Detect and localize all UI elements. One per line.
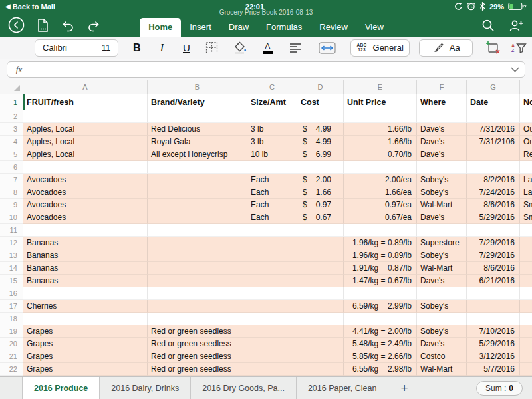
row-header-1[interactable]: 1 [0, 94, 23, 110]
cell-F10[interactable]: Dave's [417, 211, 467, 224]
cell-G17[interactable] [467, 300, 520, 313]
tab-home[interactable]: Home [140, 18, 181, 37]
column-header-F[interactable]: F [417, 80, 467, 94]
cell-G12[interactable]: 7/29/2016 [467, 237, 520, 249]
font-size-value[interactable]: 11 [94, 40, 118, 56]
row-header-19[interactable]: 19 [0, 325, 23, 338]
column-header-B[interactable]: B [148, 80, 247, 94]
cell-D19[interactable] [297, 325, 344, 338]
cell-G11[interactable] [467, 224, 520, 237]
row-header-13[interactable]: 13 [0, 249, 23, 262]
row-header-14[interactable]: 14 [0, 262, 23, 275]
cell-E11[interactable] [344, 224, 417, 237]
cell-D8[interactable]: $1.66 [297, 186, 344, 199]
cell-A8[interactable]: Avocadoes [23, 186, 148, 199]
cell-G20[interactable]: 5/29/2016 [467, 338, 520, 350]
cell-A5[interactable]: Apples, Local [23, 148, 148, 161]
cell-E21[interactable]: 5.85/kg = 2.66/lb [344, 350, 417, 363]
cell-A1[interactable]: FRUIT/fresh [23, 94, 148, 110]
borders-icon[interactable] [205, 41, 218, 54]
cell-B5[interactable]: All except Honeycrisp [148, 148, 247, 161]
cell-E6[interactable] [344, 161, 417, 174]
cell-D20[interactable] [297, 338, 344, 350]
cell-B21[interactable]: Red or green seedless [148, 350, 247, 363]
cell-G5[interactable] [467, 148, 520, 161]
cell-C20[interactable] [247, 338, 297, 350]
cell-D18[interactable] [297, 313, 344, 325]
row-header-8[interactable]: 8 [0, 186, 23, 199]
cell-D15[interactable] [297, 275, 344, 287]
row-header-3[interactable]: 3 [0, 123, 23, 136]
cell-G10[interactable]: 5/29/2016 [467, 211, 520, 224]
cell-G4[interactable]: 7/31/2106 [467, 136, 520, 148]
cell-F9[interactable]: Wal-Mart [417, 199, 467, 211]
cell-B22[interactable]: Red or green seedless [148, 363, 247, 376]
cell-H19[interactable] [520, 325, 532, 338]
cell-C10[interactable]: Each [247, 211, 297, 224]
cell-F16[interactable] [417, 287, 467, 300]
cell-A13[interactable]: Bananas [23, 249, 148, 262]
cell-D9[interactable]: $0.97 [297, 199, 344, 211]
share-person-icon[interactable] [508, 19, 524, 32]
italic-button[interactable]: I [160, 42, 164, 54]
cell-F12[interactable]: Superstore [417, 237, 467, 249]
cell-C21[interactable] [247, 350, 297, 363]
cell-F14[interactable]: Wal-Mart [417, 262, 467, 275]
cell-E1[interactable]: Unit Price [344, 94, 417, 110]
cell-C8[interactable]: Each [247, 186, 297, 199]
add-sheet-button[interactable]: + [388, 377, 420, 399]
cell-E2[interactable] [344, 110, 417, 123]
cell-A20[interactable]: Grapes [23, 338, 148, 350]
cell-B20[interactable]: Red or green seedless [148, 338, 247, 350]
font-color-button[interactable]: A [263, 42, 273, 54]
cell-E8[interactable]: 1.66/ea [344, 186, 417, 199]
cell-F21[interactable]: Costco [417, 350, 467, 363]
cell-C1[interactable]: Size/Amt [247, 94, 297, 110]
cell-A17[interactable]: Cherries [23, 300, 148, 313]
cell-B12[interactable] [148, 237, 247, 249]
row-header-12[interactable]: 12 [0, 237, 23, 249]
cell-H17[interactable] [520, 300, 532, 313]
row-header-5[interactable]: 5 [0, 148, 23, 161]
cell-G22[interactable]: 5/7/2016 [467, 363, 520, 376]
cell-D2[interactable] [297, 110, 344, 123]
row-header-2[interactable]: 2 [0, 110, 23, 123]
cell-E17[interactable]: 6.59/kg = 2.99/lb [344, 300, 417, 313]
cell-C12[interactable] [247, 237, 297, 249]
cell-H20[interactable] [520, 338, 532, 350]
cell-G7[interactable]: 8/2/2016 [467, 174, 520, 186]
cell-A3[interactable]: Apples, Local [23, 123, 148, 136]
sheet-tab-2016-produce[interactable]: 2016 Produce [22, 377, 100, 399]
cell-C19[interactable] [247, 325, 297, 338]
cell-C16[interactable] [247, 287, 297, 300]
align-icon[interactable] [289, 43, 301, 53]
cell-D11[interactable] [297, 224, 344, 237]
cell-H13[interactable] [520, 249, 532, 262]
cell-E18[interactable] [344, 313, 417, 325]
cell-B8[interactable] [148, 186, 247, 199]
cell-F19[interactable]: Sobey's [417, 325, 467, 338]
search-icon[interactable] [481, 19, 495, 32]
cell-C4[interactable]: 3 lb [247, 136, 297, 148]
cell-E15[interactable]: 1.47/kg = 0.67/lb [344, 275, 417, 287]
cell-F20[interactable]: Dave's [417, 338, 467, 350]
cell-B10[interactable] [148, 211, 247, 224]
cell-C2[interactable] [247, 110, 297, 123]
merge-center-icon[interactable] [319, 42, 336, 54]
cell-G21[interactable]: 3/12/2016 [467, 350, 520, 363]
cell-F3[interactable]: Dave's [417, 123, 467, 136]
cell-B19[interactable]: Red or green seedless [148, 325, 247, 338]
cell-H1[interactable]: No [520, 94, 532, 110]
cell-B17[interactable] [148, 300, 247, 313]
cell-B11[interactable] [148, 224, 247, 237]
cell-A18[interactable] [23, 313, 148, 325]
cell-B1[interactable]: Brand/Variety [148, 94, 247, 110]
cell-E5[interactable]: 0.70/lb [344, 148, 417, 161]
row-header-6[interactable]: 6 [0, 161, 23, 174]
cell-F17[interactable]: Sobey's [417, 300, 467, 313]
cell-B6[interactable] [148, 161, 247, 174]
cell-C6[interactable] [247, 161, 297, 174]
bold-button[interactable]: B [133, 42, 141, 54]
cell-H4[interactable]: Out [520, 136, 532, 148]
cell-D1[interactable]: Cost [297, 94, 344, 110]
